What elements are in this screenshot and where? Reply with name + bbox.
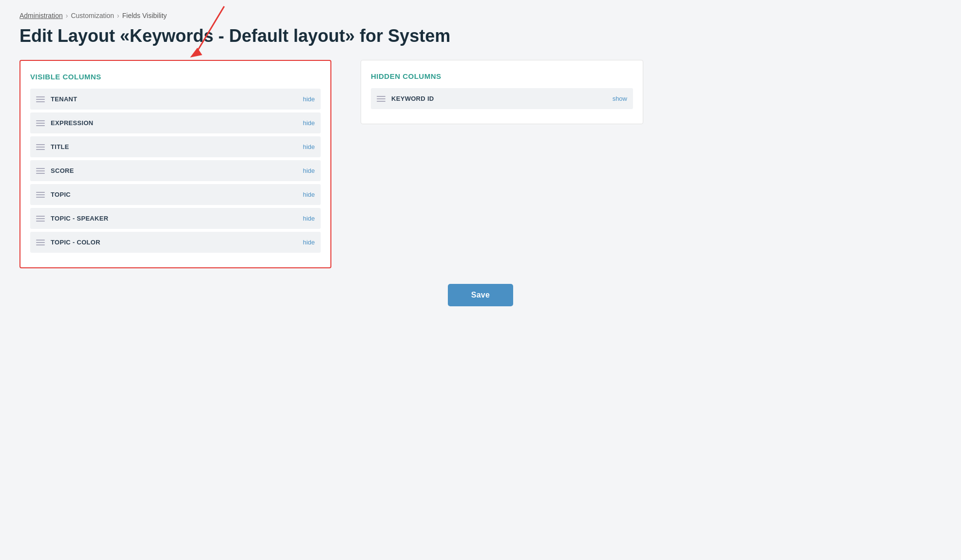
drag-handle-6[interactable] — [36, 240, 45, 245]
hidden-label-0: KEYWORD ID — [391, 95, 607, 102]
visible-label-6: TOPIC - COLOR — [51, 239, 297, 246]
save-button[interactable]: Save — [448, 284, 514, 306]
visible-label-0: TENANT — [51, 95, 297, 103]
breadcrumb-current: Fields Visibility — [122, 12, 167, 19]
hide-link-2[interactable]: hide — [303, 143, 315, 150]
columns-container: VISIBLE COLUMNS TENANT hide EXPRESSION h… — [19, 60, 942, 268]
visible-row-0: TENANT hide — [30, 89, 321, 110]
hide-link-1[interactable]: hide — [303, 119, 315, 127]
svg-marker-1 — [190, 48, 202, 57]
visible-label-2: TITLE — [51, 143, 297, 150]
drag-handle-3[interactable] — [36, 168, 45, 174]
drag-handle-5[interactable] — [36, 216, 45, 222]
hidden-columns-panel: HIDDEN COLUMNS KEYWORD ID show — [361, 60, 643, 124]
page-title: Edit Layout «Keywords - Default layout» … — [19, 25, 942, 46]
hide-link-5[interactable]: hide — [303, 215, 315, 222]
visible-row-6: TOPIC - COLOR hide — [30, 232, 321, 253]
visible-columns-header: VISIBLE COLUMNS — [30, 73, 321, 81]
visible-row-1: EXPRESSION hide — [30, 112, 321, 133]
breadcrumb-admin[interactable]: Administration — [19, 12, 63, 19]
save-button-container: Save — [19, 284, 942, 306]
show-link-0[interactable]: show — [613, 95, 627, 102]
hide-link-4[interactable]: hide — [303, 191, 315, 198]
drag-handle-1[interactable] — [36, 120, 45, 126]
hide-link-3[interactable]: hide — [303, 167, 315, 174]
breadcrumb-customization: Customization — [71, 12, 114, 19]
hidden-row-0: KEYWORD ID show — [371, 88, 633, 109]
breadcrumb-sep-1: › — [66, 12, 68, 19]
hide-link-6[interactable]: hide — [303, 239, 315, 246]
visible-row-2: TITLE hide — [30, 136, 321, 157]
breadcrumb-sep-2: › — [117, 12, 119, 19]
hidden-columns-header: HIDDEN COLUMNS — [371, 72, 633, 80]
drag-handle-2[interactable] — [36, 144, 45, 150]
drag-handle-h0[interactable] — [377, 96, 385, 102]
visible-row-3: SCORE hide — [30, 160, 321, 181]
visible-label-1: EXPRESSION — [51, 119, 297, 127]
breadcrumb: Administration › Customization › Fields … — [19, 12, 942, 19]
visible-label-4: TOPIC — [51, 191, 297, 198]
drag-handle-0[interactable] — [36, 96, 45, 102]
visible-row-5: TOPIC - SPEAKER hide — [30, 208, 321, 229]
visible-label-3: SCORE — [51, 167, 297, 174]
visible-columns-panel: VISIBLE COLUMNS TENANT hide EXPRESSION h… — [19, 60, 331, 268]
hide-link-0[interactable]: hide — [303, 95, 315, 103]
visible-row-4: TOPIC hide — [30, 184, 321, 205]
drag-handle-4[interactable] — [36, 192, 45, 198]
visible-label-5: TOPIC - SPEAKER — [51, 215, 297, 222]
